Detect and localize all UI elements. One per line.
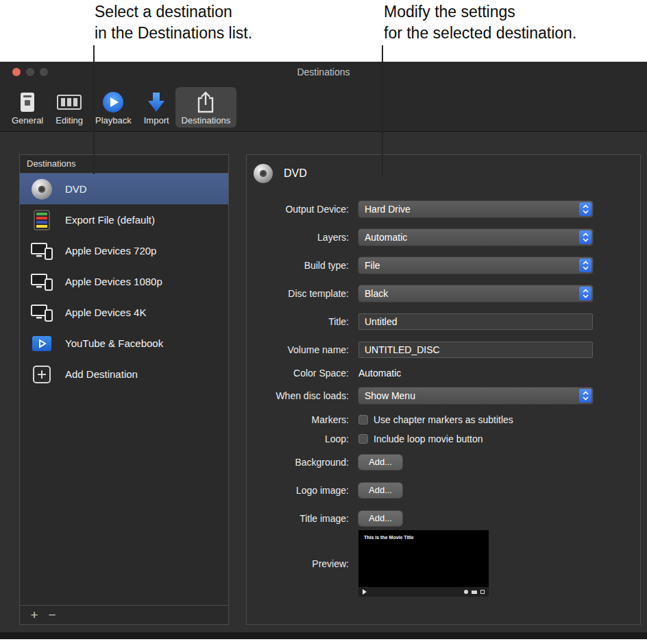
toolbar-item-import[interactable]: Import bbox=[138, 87, 175, 128]
window-header: Destinations General bbox=[0, 62, 647, 132]
title-image-add-button[interactable]: Add... bbox=[358, 511, 402, 526]
popup-stepper-icon bbox=[579, 259, 591, 272]
form-row-volume-name: Volume name: bbox=[247, 342, 640, 358]
destination-settings-panel: DVD Output Device: Hard Drive Layers: bbox=[246, 154, 641, 625]
form-row-background: Background: Add... bbox=[247, 455, 640, 470]
field-label: Title image: bbox=[247, 513, 358, 524]
layers-popup[interactable]: Automatic bbox=[358, 229, 593, 246]
markers-checkbox[interactable] bbox=[358, 415, 368, 425]
output-device-popup[interactable]: Hard Drive bbox=[358, 201, 593, 217]
add-box-icon bbox=[29, 365, 54, 384]
destinations-list: DVD Export File (default) bbox=[20, 174, 228, 390]
field-label: Disc template: bbox=[247, 288, 358, 299]
toolbar-item-label: Editing bbox=[56, 115, 83, 126]
list-item-dvd[interactable]: DVD bbox=[20, 174, 228, 204]
form-row-title: Title: bbox=[247, 313, 640, 330]
destinations-preferences-window: Destinations General bbox=[0, 62, 647, 639]
annotation-line: for the selected destination. bbox=[384, 23, 576, 44]
field-label: Color Space: bbox=[247, 368, 358, 379]
popup-stepper-icon bbox=[579, 230, 591, 244]
field-label: Preview: bbox=[247, 558, 358, 569]
annotation-line: Select a destination bbox=[95, 1, 252, 23]
list-item-export-file[interactable]: Export File (default) bbox=[20, 204, 228, 235]
list-item-add-destination[interactable]: Add Destination bbox=[20, 359, 228, 390]
menu-icon bbox=[472, 591, 477, 594]
annotation-select-destination: Select a destination in the Destinations… bbox=[95, 1, 252, 44]
loop-checkbox-wrap: Include loop movie button bbox=[358, 433, 483, 444]
toolbar-item-playback[interactable]: Playback bbox=[89, 87, 138, 128]
field-label: Build type: bbox=[247, 260, 358, 271]
field-label: Markers: bbox=[247, 414, 358, 425]
popup-stepper-icon bbox=[579, 287, 591, 300]
play-icon bbox=[363, 589, 367, 595]
form-row-layers: Layers: Automatic bbox=[247, 229, 640, 246]
background-add-button[interactable]: Add... bbox=[358, 455, 402, 470]
checkbox-label: Include loop movie button bbox=[374, 433, 483, 444]
zoom-window-button[interactable] bbox=[40, 68, 48, 76]
apple-devices-icon bbox=[29, 302, 54, 323]
apple-devices-icon bbox=[29, 241, 54, 261]
list-item-label: Add Destination bbox=[65, 368, 138, 380]
close-window-button[interactable] bbox=[12, 68, 21, 76]
sidebar-footer: + − bbox=[20, 605, 228, 624]
annotation-line: in the Destinations list. bbox=[95, 23, 252, 44]
annotation-line: Modify the settings bbox=[384, 1, 576, 23]
field-label: Logo image: bbox=[247, 485, 358, 496]
annotation-pointer-line bbox=[382, 45, 383, 176]
form-row-output-device: Output Device: Hard Drive bbox=[247, 201, 640, 217]
list-item-label: YouTube & Facebook bbox=[65, 337, 163, 349]
title-field[interactable] bbox=[358, 313, 593, 330]
list-item-apple-devices-720p[interactable]: Apple Devices 720p bbox=[20, 235, 228, 266]
popup-stepper-icon bbox=[579, 202, 591, 216]
preferences-toolbar: General Editing bbox=[0, 82, 647, 132]
preview-movie-title: This is the Movie Title bbox=[364, 535, 414, 540]
toolbar-item-label: Destinations bbox=[182, 115, 231, 126]
list-item-label: Apple Devices 720p bbox=[65, 245, 156, 257]
form-row-color-space: Color Space: Automatic bbox=[247, 368, 640, 379]
panel-header: DVD bbox=[247, 155, 640, 183]
list-item-label: Apple Devices 4K bbox=[65, 307, 146, 318]
list-item-youtube-facebook[interactable]: YouTube & Facebook bbox=[20, 328, 228, 359]
toolbar-item-editing[interactable]: Editing bbox=[49, 87, 89, 128]
add-destination-button[interactable]: + bbox=[25, 607, 43, 623]
record-icon bbox=[464, 590, 468, 594]
toolbar-item-label: Import bbox=[144, 115, 169, 126]
list-item-apple-devices-1080p[interactable]: Apple Devices 1080p bbox=[20, 266, 228, 297]
field-label: Output Device: bbox=[247, 204, 358, 215]
field-label: Volume name: bbox=[247, 344, 358, 355]
form-row-markers: Markers: Use chapter markers as subtitle… bbox=[247, 414, 640, 425]
volume-name-field[interactable] bbox=[358, 342, 593, 358]
checkbox-label: Use chapter markers as subtitles bbox=[374, 414, 513, 425]
form-row-preview: Preview: This is the Movie Title bbox=[247, 530, 640, 597]
loop-checkbox[interactable] bbox=[358, 434, 368, 444]
destinations-sidebar: Destinations DVD Export File (default) bbox=[19, 154, 229, 625]
toolbar-item-destinations[interactable]: Destinations bbox=[175, 87, 237, 128]
annotation-modify-settings: Modify the settings for the selected des… bbox=[384, 1, 576, 44]
field-label: Background: bbox=[247, 457, 358, 468]
build-type-popup[interactable]: File bbox=[358, 257, 593, 274]
list-item-apple-devices-4k[interactable]: Apple Devices 4K bbox=[20, 297, 228, 328]
when-disc-loads-popup[interactable]: Show Menu bbox=[358, 387, 593, 404]
popup-value: File bbox=[365, 260, 380, 271]
minimize-window-button[interactable] bbox=[26, 68, 34, 76]
form-row-disc-template: Disc template: Black bbox=[247, 285, 640, 302]
form-row-loop: Loop: Include loop movie button bbox=[247, 433, 640, 444]
form-row-logo-image: Logo image: Add... bbox=[247, 483, 640, 498]
panel-title: DVD bbox=[284, 167, 307, 180]
dvd-menu-preview: This is the Movie Title bbox=[358, 530, 489, 597]
logo-image-add-button[interactable]: Add... bbox=[358, 483, 402, 498]
field-label: Title: bbox=[247, 316, 358, 327]
remove-destination-button[interactable]: − bbox=[43, 607, 61, 623]
toolbar-item-label: Playback bbox=[95, 115, 132, 126]
video-share-icon bbox=[29, 335, 54, 352]
apple-devices-icon bbox=[29, 272, 54, 292]
disc-template-popup[interactable]: Black bbox=[358, 285, 593, 302]
filmstrip-color-icon bbox=[29, 210, 54, 230]
toolbar-item-general[interactable]: General bbox=[5, 87, 49, 128]
dvd-disc-icon bbox=[29, 179, 54, 200]
popup-value: Show Menu bbox=[365, 390, 415, 401]
window-title: Destinations bbox=[0, 62, 647, 82]
form-row-build-type: Build type: File bbox=[247, 257, 640, 274]
share-destinations-icon bbox=[195, 91, 216, 114]
titlebar[interactable]: Destinations bbox=[0, 62, 647, 82]
